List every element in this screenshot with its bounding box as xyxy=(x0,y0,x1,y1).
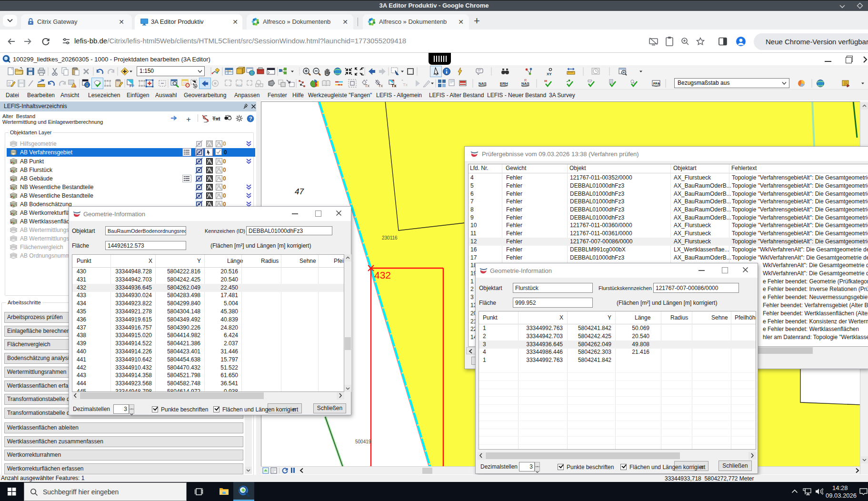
svg-text:R: R xyxy=(524,79,527,82)
svg-text:NAS: NAS xyxy=(479,81,487,86)
svg-text:432: 432 xyxy=(374,270,391,281)
svg-text:XY: XY xyxy=(547,72,552,76)
svg-text:ERH: ERH xyxy=(500,81,508,86)
svg-text:?: ? xyxy=(249,116,252,121)
svg-text:2: 2 xyxy=(40,78,43,82)
svg-text:Tx: Tx xyxy=(391,83,397,88)
svg-text:Tx: Tx xyxy=(378,83,383,88)
svg-text:FF: FF xyxy=(130,84,134,88)
svg-text:500419: 500419 xyxy=(355,439,371,444)
svg-text:Tx: Tx xyxy=(365,83,369,88)
svg-text:NAS: NAS xyxy=(521,81,530,86)
svg-text:ALL: ALL xyxy=(237,84,242,87)
svg-text:Tx: Tx xyxy=(403,82,408,87)
svg-text:FFA: FFA xyxy=(653,81,660,86)
svg-text:47: 47 xyxy=(295,187,304,196)
svg-text:230116: 230116 xyxy=(382,235,398,240)
